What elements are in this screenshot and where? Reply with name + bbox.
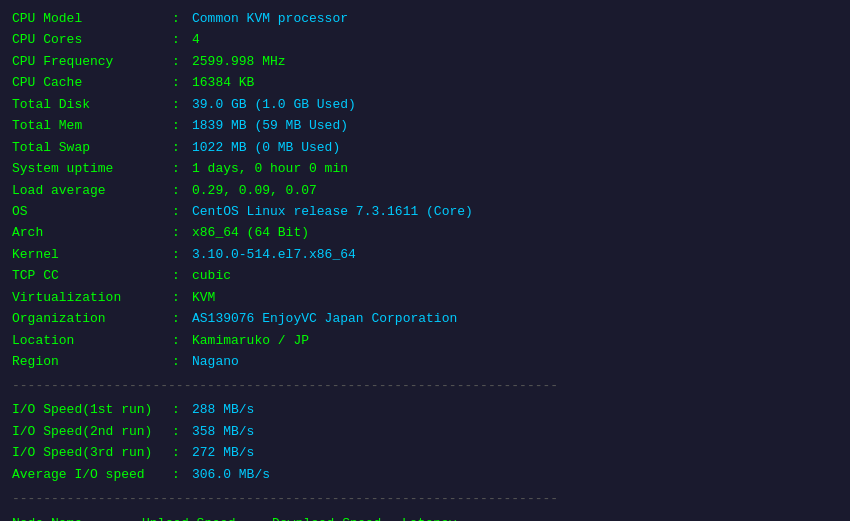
- total-swap-value: 1022 MB (0 MB Used): [192, 137, 340, 158]
- tcp-cc-row: TCP CC : cubic: [12, 265, 838, 286]
- cpu-cores-row: CPU Cores : 4: [12, 29, 838, 50]
- cpu-freq-label: CPU Frequency: [12, 51, 172, 72]
- org-label: Organization: [12, 308, 172, 329]
- total-disk-label: Total Disk: [12, 94, 172, 115]
- col-header-download: Download Speed: [272, 512, 402, 521]
- total-disk-value: 39.0 GB (1.0 GB Used): [192, 94, 356, 115]
- os-row: OS : CentOS Linux release 7.3.1611 (Core…: [12, 201, 838, 222]
- virt-label: Virtualization: [12, 287, 172, 308]
- io-run2-label: I/O Speed(2nd run): [12, 421, 172, 442]
- load-row: Load average : 0.29, 0.09, 0.07: [12, 180, 838, 201]
- io-run3-row: I/O Speed(3rd run) : 272 MB/s: [12, 442, 838, 463]
- kernel-label: Kernel: [12, 244, 172, 265]
- cpu-model-label: CPU Model: [12, 8, 172, 29]
- cpu-cache-row: CPU Cache : 16384 KB: [12, 72, 838, 93]
- virt-row: Virtualization : KVM: [12, 287, 838, 308]
- region-value: Nagano: [192, 351, 239, 372]
- cpu-cache-value: 16384 KB: [192, 72, 254, 93]
- load-label: Load average: [12, 180, 172, 201]
- org-row: Organization : AS139076 EnjoyVC Japan Co…: [12, 308, 838, 329]
- table-header: Node Name Upload Speed Download Speed La…: [12, 512, 838, 521]
- arch-label: Arch: [12, 222, 172, 243]
- org-value: AS139076 EnjoyVC Japan Corporation: [192, 308, 457, 329]
- location-label: Location: [12, 330, 172, 351]
- kernel-row: Kernel : 3.10.0-514.el7.x86_64: [12, 244, 838, 265]
- io-avg-row: Average I/O speed : 306.0 MB/s: [12, 464, 838, 485]
- divider-1: ----------------------------------------…: [12, 378, 838, 393]
- cpu-cores-label: CPU Cores: [12, 29, 172, 50]
- divider-2: ----------------------------------------…: [12, 491, 838, 506]
- total-disk-row: Total Disk : 39.0 GB (1.0 GB Used): [12, 94, 838, 115]
- uptime-label: System uptime: [12, 158, 172, 179]
- total-mem-label: Total Mem: [12, 115, 172, 136]
- total-mem-value: 1839 MB (59 MB Used): [192, 115, 348, 136]
- os-label: OS: [12, 201, 172, 222]
- arch-row: Arch : x86_64 (64 Bit): [12, 222, 838, 243]
- region-row: Region : Nagano: [12, 351, 838, 372]
- col-header-node: Node Name: [12, 512, 142, 521]
- cpu-model-value: Common KVM processor: [192, 8, 348, 29]
- cpu-cache-label: CPU Cache: [12, 72, 172, 93]
- region-label: Region: [12, 351, 172, 372]
- virt-value: KVM: [192, 287, 215, 308]
- location-row: Location : Kamimaruko / JP: [12, 330, 838, 351]
- io-run1-row: I/O Speed(1st run) : 288 MB/s: [12, 399, 838, 420]
- io-avg-label: Average I/O speed: [12, 464, 172, 485]
- io-run1-value: 288 MB/s: [192, 399, 254, 420]
- tcp-cc-value: cubic: [192, 265, 231, 286]
- kernel-value: 3.10.0-514.el7.x86_64: [192, 244, 356, 265]
- cpu-model-row: CPU Model : Common KVM processor: [12, 8, 838, 29]
- col-header-latency: Latency: [402, 512, 502, 521]
- tcp-cc-label: TCP CC: [12, 265, 172, 286]
- total-mem-row: Total Mem : 1839 MB (59 MB Used): [12, 115, 838, 136]
- io-run1-label: I/O Speed(1st run): [12, 399, 172, 420]
- arch-value: x86_64 (64 Bit): [192, 222, 309, 243]
- io-run2-value: 358 MB/s: [192, 421, 254, 442]
- cpu-freq-row: CPU Frequency : 2599.998 MHz: [12, 51, 838, 72]
- io-run3-value: 272 MB/s: [192, 442, 254, 463]
- io-run3-label: I/O Speed(3rd run): [12, 442, 172, 463]
- col-header-upload: Upload Speed: [142, 512, 272, 521]
- load-value: 0.29, 0.09, 0.07: [192, 180, 317, 201]
- io-run2-row: I/O Speed(2nd run) : 358 MB/s: [12, 421, 838, 442]
- uptime-row: System uptime : 1 days, 0 hour 0 min: [12, 158, 838, 179]
- uptime-value: 1 days, 0 hour 0 min: [192, 158, 348, 179]
- cpu-cores-value: 4: [192, 29, 200, 50]
- total-swap-label: Total Swap: [12, 137, 172, 158]
- total-swap-row: Total Swap : 1022 MB (0 MB Used): [12, 137, 838, 158]
- cpu-freq-value: 2599.998 MHz: [192, 51, 286, 72]
- location-value: Kamimaruko / JP: [192, 330, 309, 351]
- io-avg-value: 306.0 MB/s: [192, 464, 270, 485]
- os-value: CentOS Linux release 7.3.1611 (Core): [192, 201, 473, 222]
